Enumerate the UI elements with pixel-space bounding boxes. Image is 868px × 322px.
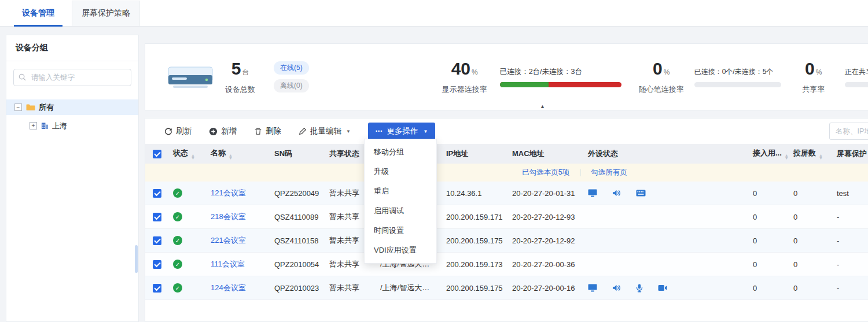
screen-protect-cell: - bbox=[832, 229, 868, 253]
batch-edit-label: 批量编辑 bbox=[310, 126, 341, 136]
sort-icon[interactable]: ▲▼ bbox=[191, 154, 195, 160]
menu-item-4[interactable]: 启用调试 bbox=[365, 201, 436, 221]
device-name-link[interactable]: 111会议室 bbox=[211, 260, 245, 268]
collapse-stats-icon[interactable]: ▲ bbox=[540, 103, 545, 109]
tab-device-management[interactable]: 设备管理 bbox=[13, 1, 64, 26]
status-online-icon: ✓ bbox=[173, 236, 182, 245]
collapse-node-icon[interactable]: − bbox=[14, 103, 22, 111]
sn-cell: QPZ2520049 bbox=[270, 182, 325, 205]
monitor-rate-unit: % bbox=[472, 68, 478, 76]
refresh-button[interactable]: 刷新 bbox=[164, 126, 192, 136]
mac-cell: 20-20-27-20-12-93 bbox=[507, 205, 583, 229]
menu-item-2[interactable]: 升级 bbox=[365, 162, 436, 182]
scrollbar-thumb[interactable] bbox=[135, 245, 138, 273]
pencil-icon bbox=[299, 127, 307, 135]
ip-cell: 200.200.159.175 bbox=[442, 229, 507, 253]
row-checkbox[interactable] bbox=[153, 284, 161, 293]
tree-node-all[interactable]: − 所有 bbox=[6, 99, 138, 115]
monitor-progress-bar bbox=[500, 82, 621, 87]
share-rate-unit: % bbox=[816, 68, 822, 76]
column-header-投屏数[interactable]: 投屏数▲▼ bbox=[789, 144, 832, 164]
monitor-icon bbox=[588, 189, 597, 197]
refresh-icon bbox=[164, 127, 172, 135]
tab-label: 屏幕保护策略 bbox=[82, 8, 130, 17]
cast-count-cell: 0 bbox=[789, 205, 832, 229]
online-badge[interactable]: 在线(5) bbox=[274, 61, 309, 75]
column-header-名称[interactable]: 名称▲▼ bbox=[206, 144, 270, 164]
menu-item-3[interactable]: 重启 bbox=[365, 182, 436, 201]
ip-cell: 200.200.159.171 bbox=[442, 205, 507, 229]
stats-row: 5台 设备总数 在线(5) 离线(0) 40% 显示器连接率 已连接：2台/未连… bbox=[145, 44, 868, 110]
share-state-cell: 暂未共享 bbox=[325, 276, 376, 300]
speaker-icon bbox=[612, 284, 621, 292]
table-row[interactable]: ✓124会议室QPZ2010023暂未共享/上海/智远大…200.200.159… bbox=[145, 276, 868, 300]
device-total-stat: 5台 设备总数 在线(5) 离线(0) bbox=[165, 60, 309, 95]
menu-item-6[interactable]: VDI应用设置 bbox=[365, 240, 436, 260]
expand-node-icon[interactable]: + bbox=[30, 122, 37, 129]
tab-screen-protection-policy[interactable]: 屏幕保护策略 bbox=[72, 1, 140, 26]
device-name-link[interactable]: 218会议室 bbox=[211, 212, 246, 221]
row-checkbox[interactable] bbox=[153, 189, 161, 198]
more-dots-icon: ••• bbox=[376, 128, 382, 134]
group-search-input[interactable] bbox=[13, 69, 131, 86]
table-search-input[interactable] bbox=[829, 123, 868, 140]
share-rate-label: 共享率 bbox=[795, 84, 832, 95]
column-header-外设状态: 外设状态 bbox=[583, 144, 748, 164]
plus-circle-icon bbox=[209, 127, 218, 136]
monitor-progress-fill bbox=[500, 82, 549, 87]
sort-icon[interactable]: ▲▼ bbox=[229, 154, 233, 160]
share-rate-value: 0 bbox=[805, 59, 815, 78]
table-row[interactable]: ✓121会议室QPZ2520049暂未共享10.24.36.120-20-27-… bbox=[145, 182, 868, 205]
row-checkbox[interactable] bbox=[153, 260, 161, 269]
pen-rate-label: 随心笔连接率 bbox=[639, 84, 684, 95]
offline-badge[interactable]: 离线(0) bbox=[274, 79, 309, 92]
sn-cell: QPZ2010023 bbox=[270, 276, 325, 300]
column-header-SN码: SN码 bbox=[270, 144, 325, 164]
peripherals-cell bbox=[583, 205, 748, 229]
delete-label: 删除 bbox=[266, 126, 281, 136]
table-row[interactable]: ✓218会议室QSZ4110089暂未共享200.200.159.17120-2… bbox=[145, 205, 868, 229]
monitor-rate-label: 显示器连接率 bbox=[442, 84, 487, 95]
tree-node-shanghai[interactable]: + 上海 bbox=[6, 118, 138, 134]
refresh-label: 刷新 bbox=[176, 126, 192, 136]
mac-cell: 20-20-27-20-01-31 bbox=[507, 182, 583, 205]
sort-icon[interactable]: ▲▼ bbox=[785, 154, 789, 160]
device-group-panel: 设备分组 − 所有 + 上海 bbox=[6, 35, 139, 322]
batch-edit-button[interactable]: 批量编辑 ▼ bbox=[299, 126, 351, 136]
device-illustration bbox=[165, 64, 216, 90]
device-name-link[interactable]: 221会议室 bbox=[211, 236, 246, 245]
pen-rate-detail: 已连接：0个/未连接：5个 bbox=[694, 67, 781, 77]
add-button[interactable]: 新增 bbox=[209, 126, 237, 136]
sort-icon[interactable]: ▲▼ bbox=[819, 154, 823, 160]
device-management-page: 设备管理 屏幕保护策略 设备分组 − 所有 + bbox=[0, 0, 868, 322]
menu-item-1[interactable]: 移动分组 bbox=[365, 142, 436, 162]
device-table-card: 刷新 新增 删除 批量编辑 ▼ ••• 更多操作 ▼ bbox=[145, 118, 868, 322]
device-name-link[interactable]: 121会议室 bbox=[211, 188, 246, 197]
table-row[interactable]: ✓111会议室QPZ2010054暂未共享/上海/智远大…200.200.159… bbox=[145, 253, 868, 276]
row-checkbox[interactable] bbox=[153, 213, 161, 221]
more-actions-button[interactable]: ••• 更多操作 ▼ bbox=[368, 123, 435, 140]
row-checkbox[interactable] bbox=[153, 236, 161, 245]
delete-button[interactable]: 删除 bbox=[254, 126, 281, 136]
group-cell: /上海/智远大… bbox=[376, 276, 442, 300]
monitor-rate-stat: 40% 显示器连接率 已连接：2台/未连接：3台 bbox=[442, 60, 621, 95]
search-icon bbox=[19, 73, 26, 81]
device-name-link[interactable]: 124会议室 bbox=[211, 283, 246, 292]
peripherals-cell bbox=[583, 276, 748, 300]
select-all-checkbox[interactable] bbox=[153, 150, 161, 158]
select-all-pages-link[interactable]: 勾选所有页 bbox=[591, 168, 627, 176]
cast-count-cell: 0 bbox=[789, 276, 832, 300]
monitor-rate-detail: 已连接：2台/未连接：3台 bbox=[500, 67, 621, 77]
status-online-icon: ✓ bbox=[173, 188, 182, 198]
cast-count-cell: 0 bbox=[789, 182, 832, 205]
table-row[interactable]: ✓221会议室QSZ4110158暂未共享200.200.159.17520-2… bbox=[145, 229, 868, 253]
column-header-接入用...[interactable]: 接入用...▲▼ bbox=[748, 144, 789, 164]
tab-label: 设备管理 bbox=[22, 8, 54, 17]
menu-item-5[interactable]: 时间设置 bbox=[365, 221, 436, 240]
screen-protect-cell: - bbox=[832, 276, 868, 300]
stats-panel: 5台 设备总数 在线(5) 离线(0) 40% 显示器连接率 已连接：2台/未连… bbox=[145, 43, 868, 110]
column-header-状态[interactable]: 状态▲▼ bbox=[168, 144, 206, 164]
status-online-icon: ✓ bbox=[173, 260, 182, 269]
access-users-cell: 0 bbox=[748, 229, 789, 253]
group-tree: − 所有 + 上海 bbox=[6, 94, 138, 134]
